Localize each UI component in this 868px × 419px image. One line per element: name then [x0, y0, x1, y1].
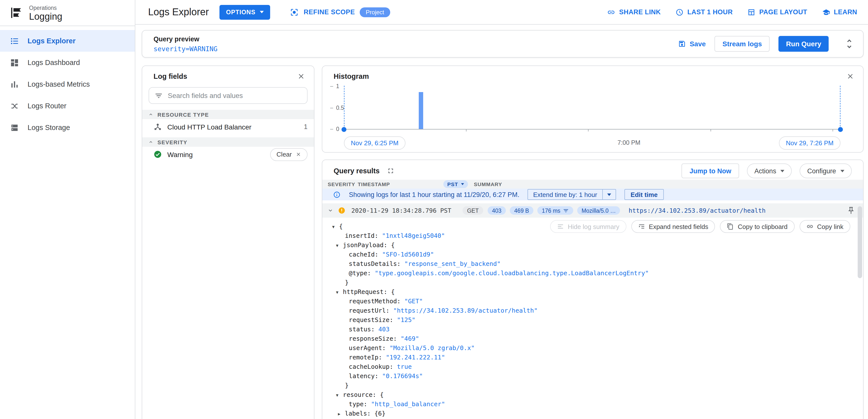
logs-explorer-app: Operations Logging Logs ExplorerLogs Das… — [0, 0, 868, 419]
json-punct: { — [391, 288, 395, 295]
logs-explorer-icon — [10, 36, 19, 46]
chevron-down-icon[interactable] — [327, 207, 334, 214]
json-line: requestMethod: "GET" — [332, 296, 863, 306]
toolbar-button-label: Expand nested fields — [649, 223, 708, 230]
range-end-handle[interactable] — [838, 127, 843, 132]
histogram-plot — [344, 86, 840, 129]
filter-icon — [155, 91, 163, 100]
jump-to-now-button[interactable]: Jump to Now — [682, 163, 739, 178]
entry-toolbar: Hide log summaryExpand nested fieldsCopy… — [550, 220, 850, 233]
collapse-arrow-icon[interactable]: ▾ — [332, 222, 339, 231]
fullscreen-icon[interactable] — [386, 167, 394, 175]
unfold-panel-icon[interactable] — [843, 38, 855, 50]
copy-link-button[interactable]: Copy link — [799, 220, 850, 233]
chevron-down-icon — [602, 193, 615, 196]
banner-text: Showing logs for last 1 hour starting at… — [349, 191, 519, 198]
json-line: } — [332, 381, 863, 390]
topbar-link-page-layout[interactable]: PAGE LAYOUT — [747, 8, 807, 16]
collapse-arrow-icon[interactable]: ▾ — [336, 390, 343, 400]
log-entry-row[interactable]: 2020-11-29 18:34:28.796 PST GET 403469 B… — [322, 203, 863, 218]
tick-dash — [330, 108, 333, 108]
field-section-header-resource-type[interactable]: RESOURCE TYPE — [142, 110, 314, 119]
range-end-chip[interactable]: Nov 29, 7:26 PM — [779, 137, 840, 150]
actions-menu-button[interactable]: Actions — [747, 163, 792, 178]
y-axis-tick: 1 — [330, 83, 339, 89]
summary-badge-label: 176 ms — [542, 208, 560, 213]
sidebar-item-logs-storage[interactable]: Logs Storage — [0, 117, 135, 138]
configure-menu-button[interactable]: Configure — [800, 163, 852, 178]
log-fields-panel: Log fields RESOURCE TYPECloud HTTP Load … — [142, 65, 314, 419]
sidebar-item-logs-dashboard[interactable]: Logs Dashboard — [0, 52, 135, 73]
scrollbar-thumb[interactable] — [858, 206, 862, 278]
brand-name: Logging — [29, 11, 62, 22]
toolbar-button-label: Copy link — [817, 223, 843, 230]
options-button-label: OPTIONS — [226, 9, 256, 16]
clear-filter-label: Clear — [277, 151, 292, 158]
edit-time-button[interactable]: Edit time — [624, 189, 664, 200]
field-row-warning[interactable]: WarningClear — [142, 147, 314, 162]
json-value: {6} — [374, 410, 385, 417]
query-preview-actions: Save Stream logs Run Query — [678, 36, 855, 52]
clear-filter-button[interactable]: Clear — [270, 148, 308, 161]
field-search-input[interactable] — [168, 92, 302, 99]
summary-badge[interactable]: 176 ms — [537, 206, 573, 215]
sidebar-item-label: Logs Dashboard — [28, 59, 80, 66]
method-badge[interactable]: GET — [463, 206, 483, 215]
histogram-time-axis: Nov 29, 6:25 PM 7:00 PM Nov 29, 7:26 PM — [344, 137, 840, 150]
sidebar-item-label: Logs Router — [28, 102, 66, 110]
json-line: remoteIp: "192.241.222.11" — [332, 353, 863, 362]
stream-logs-button[interactable]: Stream logs — [715, 36, 770, 52]
json-value: "1nxtl48geig5040" — [382, 232, 445, 239]
save-button[interactable]: Save — [678, 40, 706, 48]
check-circle-icon — [154, 150, 162, 158]
expand-nested-fields-button[interactable]: Expand nested fields — [631, 220, 715, 233]
collapse-arrow-icon[interactable]: ▾ — [336, 241, 343, 250]
logging-logo-icon — [9, 6, 23, 20]
query-preview-query[interactable]: severity=WARNING — [154, 44, 217, 53]
json-key: latency: — [349, 372, 382, 380]
query-preview-title: Query preview — [154, 35, 217, 42]
topbar-link-share-link[interactable]: SHARE LINK — [608, 8, 661, 16]
topbar-link-learn[interactable]: LEARN — [822, 8, 857, 16]
options-button[interactable]: OPTIONS — [220, 5, 270, 20]
expand-arrow-icon[interactable]: ▸ — [338, 409, 345, 419]
sidebar-item-logs-based-metrics[interactable]: Logs-based Metrics — [0, 73, 135, 95]
sidebar-item-logs-router[interactable]: Logs Router — [0, 95, 135, 117]
field-row-cloud-http-load-balancer[interactable]: Cloud HTTP Load Balancer1 — [142, 119, 314, 134]
logs-metrics-icon — [10, 80, 19, 89]
pin-icon[interactable] — [847, 206, 855, 215]
copy-to-clipboard-button[interactable]: Copy to clipboard — [720, 220, 795, 233]
json-value: true — [397, 363, 412, 370]
refine-scope-button[interactable]: REFINE SCOPE Project — [290, 7, 390, 17]
json-key: @type: — [349, 269, 375, 277]
toolbar-button-label: Copy to clipboard — [738, 223, 787, 230]
close-icon[interactable] — [846, 72, 854, 80]
json-line: cacheLookup: true — [332, 362, 863, 371]
json-line: ▸labels: {6} — [332, 409, 863, 418]
topbar-link-last-1-hour[interactable]: LAST 1 HOUR — [676, 8, 733, 16]
close-icon[interactable] — [297, 72, 305, 80]
range-start-handle[interactable] — [341, 127, 346, 132]
summary-badge[interactable]: 469 B — [510, 206, 533, 215]
tick-dash — [330, 129, 333, 129]
summary-badge[interactable]: 403 — [488, 206, 506, 215]
range-start-chip[interactable]: Nov 29, 6:25 PM — [344, 137, 405, 150]
extend-time-button[interactable]: Extend time by: 1 hour — [528, 189, 616, 200]
load-balancer-icon — [154, 123, 162, 131]
stream-logs-label: Stream logs — [722, 40, 762, 48]
field-section-header-severity[interactable]: SEVERITY — [142, 138, 314, 147]
json-value: "http_load_balancer" — [371, 400, 445, 408]
sidebar-item-logs-explorer[interactable]: Logs Explorer — [0, 30, 135, 52]
copy-icon — [727, 223, 734, 230]
run-query-button[interactable]: Run Query — [779, 36, 829, 52]
histogram-bar[interactable] — [419, 92, 424, 129]
collapse-arrow-icon[interactable]: ▾ — [336, 288, 343, 297]
query-results-header: Query results Jump to Now Actions Config… — [322, 160, 863, 180]
timezone-selector[interactable]: PST — [443, 180, 468, 188]
refine-scope-icon — [290, 8, 299, 17]
refine-scope-label: REFINE SCOPE — [304, 8, 355, 16]
expand-fields-icon — [638, 223, 645, 230]
product-brand: Operations Logging — [0, 0, 135, 26]
summary-badge-label: Mozilla/5.0 … — [582, 208, 616, 213]
summary-badge[interactable]: Mozilla/5.0 … — [577, 206, 620, 215]
